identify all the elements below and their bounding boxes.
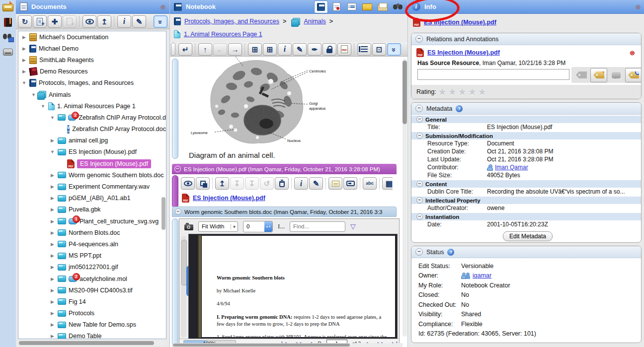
zoom-mode-select[interactable]: Fit Width bbox=[198, 221, 238, 232]
tree-item[interactable]: ▼Animals bbox=[18, 89, 166, 100]
mail-send-button[interactable] bbox=[360, 0, 374, 13]
metadata-value-link[interactable]: Iman Qamar bbox=[495, 164, 528, 171]
toolbar-grip[interactable] bbox=[171, 43, 175, 56]
metadata-section-header[interactable]: −General bbox=[411, 116, 641, 123]
rating-stars[interactable]: ★★★★★ bbox=[438, 86, 488, 98]
metadata-section-header[interactable]: −Content bbox=[411, 180, 641, 188]
close-info-icon[interactable]: ⊗ bbox=[635, 3, 641, 11]
metadata-section-header[interactable]: −Submission/Modification bbox=[411, 132, 641, 139]
expand-triangle-icon[interactable]: ▶ bbox=[50, 242, 55, 247]
info-button[interactable]: i bbox=[278, 43, 292, 56]
collapse-section-icon[interactable]: − bbox=[415, 105, 423, 112]
remove-relation-icon[interactable]: ⊗ bbox=[630, 49, 635, 57]
tree-item[interactable]: ▶Michael Demo bbox=[18, 43, 166, 54]
collapse-triangle-icon[interactable]: ▼ bbox=[50, 115, 55, 120]
expand-triangle-icon[interactable]: ▶ bbox=[50, 288, 55, 293]
entry-grip[interactable] bbox=[172, 59, 178, 159]
tree-item[interactable]: ▶New Table for Demo.sps bbox=[18, 319, 166, 331]
relation-item-link[interactable]: ES Injection (Mouse).pdf bbox=[427, 49, 500, 56]
metadata-section-header[interactable]: −Intellectual Property bbox=[411, 197, 641, 204]
refresh-button[interactable]: ↻ bbox=[18, 15, 32, 28]
return-button[interactable]: ↵ bbox=[178, 43, 192, 56]
tree-item[interactable]: ▶Michael's Documentation bbox=[18, 31, 166, 43]
collapse-subsection-icon[interactable]: − bbox=[416, 213, 423, 220]
info-button[interactable]: i bbox=[294, 177, 308, 190]
filter-icon[interactable]: ▽ bbox=[350, 222, 356, 230]
upload-button[interactable]: ↥ bbox=[215, 177, 229, 190]
expand-triangle-icon[interactable]: ▶ bbox=[50, 184, 55, 189]
edit-metadata-button[interactable]: Edit Metadata bbox=[503, 231, 553, 241]
expand-triangle-icon[interactable]: ▶ bbox=[50, 299, 55, 304]
tree-item[interactable]: Zebrafish ChIP Array Protocol.doc bbox=[18, 124, 166, 135]
local-drive-button[interactable] bbox=[0, 45, 16, 60]
tree-item[interactable]: ▶animal cell.jpg bbox=[18, 135, 166, 146]
collapse-section-icon[interactable]: − bbox=[415, 248, 423, 256]
entry-grip[interactable] bbox=[172, 175, 178, 208]
tree-item[interactable]: ▶Northern Blots.doc bbox=[18, 227, 166, 238]
collapse-triangle-icon[interactable]: ▼ bbox=[40, 104, 46, 109]
tree-item[interactable]: ▶Demo Resources bbox=[18, 66, 166, 77]
tree-item[interactable]: ▼1. Animal Resources Page 1 bbox=[18, 100, 166, 112]
expand-triangle-icon[interactable]: ▶ bbox=[50, 334, 55, 339]
entry-grip[interactable] bbox=[172, 218, 178, 347]
snapshot-icon[interactable] bbox=[184, 224, 193, 230]
tree-item[interactable]: ▶Worm genomic Southern blots.doc bbox=[18, 169, 166, 181]
breadcrumb-link-notebook[interactable]: Protocols, Images, and Resources bbox=[184, 18, 279, 25]
export-pdf-button[interactable] bbox=[337, 43, 351, 56]
tree-item[interactable]: ▼Protocols, Images, and Resources bbox=[18, 77, 166, 89]
collapse-subsection-icon[interactable]: − bbox=[416, 116, 423, 123]
expand-triangle-icon[interactable]: ▶ bbox=[50, 322, 55, 327]
breadcrumb-link-folder[interactable]: Animals bbox=[304, 18, 325, 25]
tree-item[interactable]: ▶Puvella.gbk bbox=[18, 204, 166, 215]
journal-button[interactable] bbox=[0, 15, 16, 30]
scrollbar-thumb[interactable] bbox=[173, 344, 350, 347]
expand-triangle-icon[interactable]: ▶ bbox=[50, 196, 55, 201]
edit-button[interactable]: ✎ bbox=[293, 43, 307, 56]
forward-button[interactable]: → bbox=[228, 43, 242, 56]
expand-triangle-icon[interactable]: ▶ bbox=[50, 277, 55, 281]
up-button[interactable]: ↑ bbox=[198, 43, 212, 56]
label-button[interactable] bbox=[343, 177, 357, 190]
entry-header-pdf[interactable]: − ES Injection (Mouse).pdf (Iman Qamar, … bbox=[172, 164, 397, 174]
tag-edit-button[interactable] bbox=[590, 68, 607, 82]
attachment-link[interactable]: ES Injection (Mouse).pdf bbox=[193, 195, 265, 202]
expand-triangle-icon[interactable]: ▶ bbox=[50, 207, 55, 212]
tree-item[interactable]: ▶SmithLab Reagents bbox=[18, 54, 166, 66]
tree-scrollbar-thumb[interactable] bbox=[161, 197, 165, 230]
tree-item[interactable]: ▶MS PPT.ppt bbox=[18, 250, 166, 262]
index-view-button[interactable] bbox=[345, 0, 359, 13]
collapse-entry-icon[interactable]: − bbox=[175, 208, 181, 215]
mail-received-button[interactable] bbox=[376, 0, 390, 13]
expand-triangle-icon[interactable]: ▶ bbox=[50, 265, 55, 270]
tree-item[interactable]: ▼ES Injection (Mouse).pdf bbox=[18, 146, 166, 158]
scrollbar-thumb[interactable] bbox=[402, 61, 407, 124]
tag-search-button[interactable] bbox=[625, 68, 642, 82]
lock-button[interactable] bbox=[322, 43, 336, 56]
metadata-section-header[interactable]: −Instantiation bbox=[411, 213, 641, 220]
collapse-subsection-icon[interactable]: − bbox=[416, 181, 423, 187]
signing-view-button[interactable] bbox=[329, 0, 343, 13]
export-button[interactable]: ↥ bbox=[97, 15, 111, 28]
expand-triangle-icon[interactable]: ▶ bbox=[50, 138, 55, 143]
collapse-all-button[interactable]: » bbox=[154, 15, 167, 28]
tree-item[interactable]: ▶P4-sequences.aln bbox=[18, 238, 166, 250]
expand-triangle-icon[interactable]: ▶ bbox=[21, 35, 27, 40]
annotation-input[interactable] bbox=[417, 69, 569, 80]
tree-item[interactable]: ▶jm0501227001.gif bbox=[18, 262, 166, 273]
new-document-button[interactable] bbox=[33, 15, 47, 28]
tree-item[interactable]: ▶MS20-09H CD400s3.tif bbox=[18, 284, 166, 296]
help-icon[interactable]: ? bbox=[456, 105, 463, 112]
notebook-view-button[interactable] bbox=[314, 0, 328, 13]
delete-button[interactable] bbox=[275, 177, 289, 190]
tree-item[interactable]: ▶Experiment Commentary.wav bbox=[18, 181, 166, 192]
edit-button[interactable]: ✎ bbox=[309, 177, 323, 190]
versions-button[interactable] bbox=[196, 177, 210, 190]
collapse-triangle-icon[interactable]: ▼ bbox=[50, 149, 55, 154]
add-button[interactable]: ✚ bbox=[48, 15, 62, 28]
tree-item[interactable]: ▶1Plant_cell_structure_svg.svg bbox=[18, 215, 166, 227]
expand-triangle-icon[interactable]: ▶ bbox=[21, 69, 27, 74]
saved-search-button[interactable] bbox=[0, 30, 16, 45]
expand-triangle-icon[interactable]: ▶ bbox=[50, 253, 55, 258]
find-input[interactable] bbox=[290, 221, 345, 232]
tree-item[interactable]: ▶Fig 14 bbox=[18, 296, 166, 307]
